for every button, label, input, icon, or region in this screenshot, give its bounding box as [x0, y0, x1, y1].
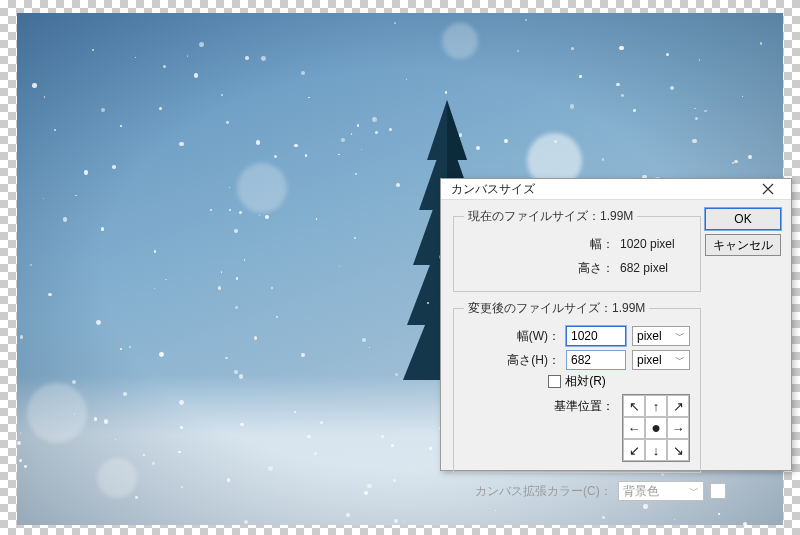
snowflake	[32, 83, 37, 88]
extension-color-select: 背景色 ﹀	[618, 481, 704, 501]
snowflake	[406, 79, 407, 80]
close-button[interactable]	[751, 179, 785, 199]
height-unit-value: pixel	[637, 353, 662, 367]
snowflake	[54, 129, 56, 131]
anchor-sw[interactable]: ↙	[623, 439, 645, 461]
snowflake	[210, 209, 211, 210]
anchor-n[interactable]: ↑	[645, 395, 667, 417]
extension-color-label: カンバス拡張カラー(C)：	[475, 483, 612, 500]
anchor-s[interactable]: ↓	[645, 439, 667, 461]
snowflake	[239, 374, 243, 378]
snowflake	[734, 160, 737, 163]
new-size-group: 変更後のファイルサイズ：1.99M 幅(W)： pixel ﹀ 高さ(H)： p…	[453, 300, 701, 473]
extension-color-value: 背景色	[623, 483, 659, 500]
height-unit-select[interactable]: pixel ﹀	[632, 350, 690, 370]
current-width-value: 1020 pixel	[620, 237, 690, 251]
snowflake	[357, 124, 359, 126]
snowflake	[367, 484, 371, 488]
snowflake	[619, 46, 623, 50]
snowflake	[743, 522, 747, 525]
snowflake	[159, 352, 164, 357]
snowflake	[320, 421, 323, 424]
snowflake	[115, 439, 116, 440]
extension-color-swatch	[710, 483, 726, 499]
snowflake	[94, 417, 97, 420]
ok-button[interactable]: OK	[705, 208, 781, 230]
snowflake	[695, 117, 698, 120]
snowflake	[244, 259, 246, 261]
snowflake	[194, 73, 199, 78]
snowflake	[20, 335, 23, 338]
snowflake	[372, 117, 377, 122]
snowflake	[504, 139, 508, 143]
snowflake	[579, 75, 582, 78]
snowflake	[225, 357, 227, 359]
snowflake	[389, 128, 392, 131]
snowflake	[314, 452, 317, 455]
snowflake	[181, 486, 183, 488]
anchor-nw[interactable]: ↖	[623, 395, 645, 417]
snowflake	[459, 133, 462, 136]
snowflake	[234, 370, 238, 374]
snowflake	[178, 451, 180, 453]
anchor-se[interactable]: ↘	[667, 439, 689, 461]
snowflake	[227, 478, 231, 482]
snowflake	[341, 138, 345, 142]
snowflake	[346, 513, 350, 517]
snowflake	[308, 97, 309, 98]
snowflake	[276, 316, 278, 318]
snowflake	[48, 293, 52, 297]
relative-label: 相対(R)	[565, 373, 606, 390]
cancel-button[interactable]: キャンセル	[705, 234, 781, 256]
anchor-center[interactable]: ●	[645, 417, 667, 439]
snowflake	[692, 139, 697, 144]
snowflake	[621, 94, 624, 97]
width-input[interactable]	[566, 326, 626, 346]
height-input[interactable]	[566, 350, 626, 370]
dialog-body: OK キャンセル 現在のファイルサイズ：1.99M 幅： 1020 pixel …	[441, 200, 791, 509]
snowflake	[245, 56, 248, 59]
snowflake	[104, 419, 108, 423]
anchor-e[interactable]: →	[667, 417, 689, 439]
snowflake	[633, 109, 636, 112]
snowflake	[221, 271, 223, 273]
width-unit-select[interactable]: pixel ﹀	[632, 326, 690, 346]
snowflake	[240, 423, 243, 426]
snowflake	[112, 165, 115, 168]
anchor-w[interactable]: ←	[623, 417, 645, 439]
bokeh	[442, 23, 478, 59]
snowflake	[394, 22, 396, 24]
snowflake	[261, 56, 266, 61]
snowflake	[602, 158, 604, 160]
snowflake	[316, 218, 318, 220]
close-icon	[762, 183, 774, 195]
bokeh	[97, 458, 137, 498]
dialog-title: カンバスサイズ	[451, 181, 535, 198]
bokeh	[27, 383, 87, 443]
anchor-ne[interactable]: ↗	[667, 395, 689, 417]
snowflake	[179, 142, 183, 146]
new-width-label: 幅(W)：	[517, 328, 560, 345]
anchor-grid: ↖ ↑ ↗ ← ● → ↙ ↓ ↘	[622, 394, 690, 462]
snowflake	[120, 125, 121, 126]
snowflake	[234, 229, 238, 233]
snowflake	[74, 413, 75, 414]
snowflake	[445, 91, 447, 93]
snowflake	[476, 146, 480, 150]
snowflake	[355, 173, 357, 175]
snowflake	[92, 49, 94, 51]
chevron-down-icon: ﹀	[675, 353, 685, 367]
workspace: カンバスサイズ OK キャンセル 現在のファイルサイズ：1.99M 幅： 102…	[0, 0, 800, 535]
dialog-titlebar[interactable]: カンバスサイズ	[441, 179, 791, 200]
snowflake	[123, 392, 126, 395]
relative-checkbox[interactable]	[548, 375, 561, 388]
snowflake	[24, 465, 26, 467]
snowflake	[226, 121, 229, 124]
current-size-legend: 現在のファイルサイズ：1.99M	[464, 208, 637, 225]
snowflake	[143, 454, 145, 456]
extension-color-row: カンバス拡張カラー(C)： 背景色 ﹀	[453, 481, 783, 501]
snowflake	[101, 227, 104, 230]
snowflake	[616, 83, 619, 86]
snowflake	[63, 217, 67, 221]
snowflake	[718, 513, 720, 515]
